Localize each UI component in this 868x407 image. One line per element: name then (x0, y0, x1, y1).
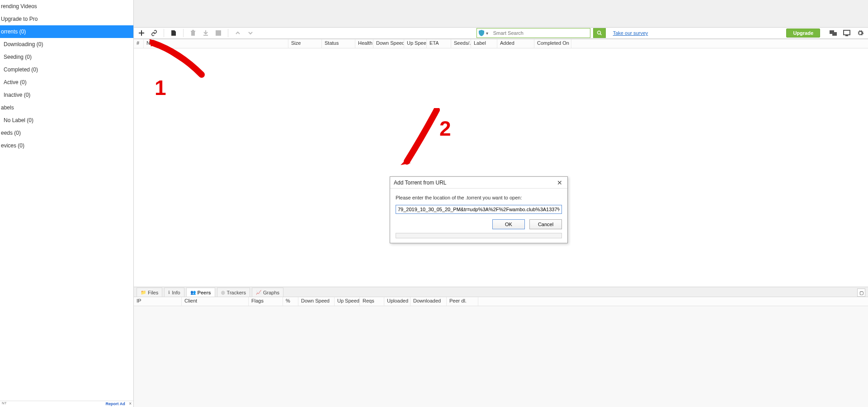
sidebar-item-torrents[interactable]: orrents (0) (0, 25, 133, 38)
search-box: ▾ (476, 28, 590, 38)
cancel-button[interactable]: Cancel (529, 219, 562, 229)
search-input[interactable] (491, 30, 590, 36)
torrent-list: #NSizeStatusHealthDown SpeedUp SpeedETAS… (134, 39, 868, 287)
peers-column-header[interactable]: Flags (249, 297, 283, 306)
peers-column-header[interactable]: Uploaded (384, 297, 410, 306)
dialog-titlebar: Add Torrent from URL ✕ (390, 177, 567, 189)
main-area: ▾ Take our survey Upgrade #NS (134, 0, 868, 407)
search-provider-dropdown[interactable]: ▾ (486, 31, 491, 36)
add-url-button[interactable] (149, 28, 159, 38)
survey-link[interactable]: Take our survey (613, 30, 648, 36)
search-button[interactable] (593, 28, 606, 38)
sidebar-item-seeding[interactable]: Seeding (0) (0, 51, 133, 63)
sidebar-head-devices[interactable]: evices (0) (0, 139, 133, 152)
ok-button[interactable]: OK (492, 219, 525, 229)
sidebar-item-inactive[interactable]: Inactive (0) (0, 89, 133, 101)
ad-close-icon[interactable]: × (129, 401, 132, 406)
tab-graphs[interactable]: 📈Graphs (252, 288, 283, 297)
peers-icon: 👥 (190, 290, 196, 295)
column-header[interactable]: Seeds/... (451, 39, 471, 48)
sidebar-item-completed[interactable]: Completed (0) (0, 63, 133, 76)
peers-column-header[interactable]: % (283, 297, 298, 306)
ad-strip: NT Report Ad × (0, 401, 133, 407)
tab-label: Peers (198, 290, 211, 295)
report-ad-link[interactable]: Report Ad (105, 402, 125, 406)
tab-label: Files (148, 290, 158, 295)
peers-column-header[interactable]: Up Speed (335, 297, 360, 306)
tab-peers[interactable]: 👥Peers (186, 288, 215, 297)
sidebar-item-upgradepro[interactable]: Upgrade to Pro (0, 13, 133, 25)
ad-tag: NT (2, 401, 7, 407)
annotation-number-1: 1 (155, 76, 166, 100)
svg-rect-1 (139, 33, 144, 33)
info-icon: ℹ (168, 290, 170, 295)
peers-column-header[interactable]: Reqs (360, 297, 384, 306)
expand-details-button[interactable]: ▢ (857, 289, 865, 297)
tab-label: Graphs (263, 290, 279, 295)
dialog-title: Add Torrent from URL (394, 180, 447, 186)
column-header[interactable]: Down Speed (373, 39, 404, 48)
start-button[interactable] (201, 28, 211, 38)
tab-trackers[interactable]: ◎Trackers (217, 288, 250, 297)
sidebar-head-feeds[interactable]: eeds (0) (0, 127, 133, 139)
svg-rect-2 (216, 30, 221, 36)
trackers-icon: ◎ (221, 290, 225, 295)
shield-icon (477, 30, 486, 36)
move-down-button[interactable] (245, 28, 255, 38)
stop-button[interactable] (213, 28, 223, 38)
details-tabs: 📁FilesℹInfo👥Peers◎Trackers📈Graphs▢ (134, 287, 868, 297)
sidebar-item-active[interactable]: Active (0) (0, 76, 133, 89)
svg-rect-5 (832, 32, 837, 36)
peers-column-header[interactable]: Downloaded (410, 297, 447, 306)
dialog-prompt: Please enter the location of the .torren… (396, 195, 562, 200)
peers-column-header[interactable]: Peer dl. (447, 297, 478, 306)
add-torrent-button[interactable] (137, 28, 146, 38)
sidebar-head-labels[interactable]: abels (0, 101, 133, 114)
remote-icon[interactable] (842, 28, 852, 38)
create-torrent-button[interactable] (169, 28, 179, 38)
annotation-arrow-2 (401, 108, 455, 169)
upgrade-button[interactable]: Upgrade (786, 28, 820, 38)
column-header[interactable]: Up Speed (404, 39, 427, 48)
move-up-button[interactable] (233, 28, 243, 38)
dialog-close-button[interactable]: ✕ (556, 179, 564, 187)
column-headers[interactable]: #NSizeStatusHealthDown SpeedUp SpeedETAS… (134, 39, 868, 48)
column-header[interactable]: Size (288, 39, 322, 48)
column-header[interactable]: Added (497, 39, 534, 48)
url-input[interactable] (396, 205, 562, 214)
files-icon: 📁 (141, 290, 146, 295)
column-header[interactable]: Status (322, 39, 355, 48)
sidebar-item-downloading[interactable]: Downloading (0) (0, 38, 133, 51)
svg-point-3 (597, 31, 600, 34)
column-header[interactable]: # (134, 39, 144, 48)
graphs-icon: 📈 (256, 290, 261, 295)
column-header[interactable]: Label (471, 39, 497, 48)
details-pane: 📁FilesℹInfo👥Peers◎Trackers📈Graphs▢ IPCli… (134, 287, 868, 407)
sidebar-label-item[interactable]: No Label (0) (0, 114, 133, 127)
tab-label: Info (172, 290, 180, 295)
peers-column-header[interactable]: Down Speed (298, 297, 335, 306)
tab-label: Trackers (227, 290, 246, 295)
svg-rect-6 (844, 30, 850, 35)
add-url-dialog: Add Torrent from URL ✕ Please enter the … (390, 176, 568, 243)
column-header[interactable]: N (144, 39, 288, 48)
sidebar: rending Videos Upgrade to Pro orrents (0… (0, 0, 134, 407)
peers-column-header[interactable]: IP (134, 297, 182, 306)
tab-info[interactable]: ℹInfo (164, 288, 184, 297)
column-header[interactable]: Completed On (534, 39, 571, 48)
tab-files[interactable]: 📁Files (137, 288, 162, 297)
delete-button[interactable] (188, 28, 198, 38)
chat-icon[interactable] (828, 28, 838, 38)
settings-icon[interactable] (855, 28, 865, 38)
column-header[interactable]: Health (355, 39, 373, 48)
annotation-number-2: 2 (439, 116, 451, 141)
column-header[interactable]: ETA (427, 39, 451, 48)
sidebar-item-trending[interactable]: rending Videos (0, 0, 133, 13)
peers-column-headers[interactable]: IPClientFlags%Down SpeedUp SpeedReqsUplo… (134, 297, 868, 306)
peers-column-header[interactable]: Client (182, 297, 249, 306)
dialog-progress-bar (396, 233, 562, 238)
svg-rect-7 (845, 35, 848, 36)
toolbar: ▾ Take our survey Upgrade (134, 27, 868, 39)
